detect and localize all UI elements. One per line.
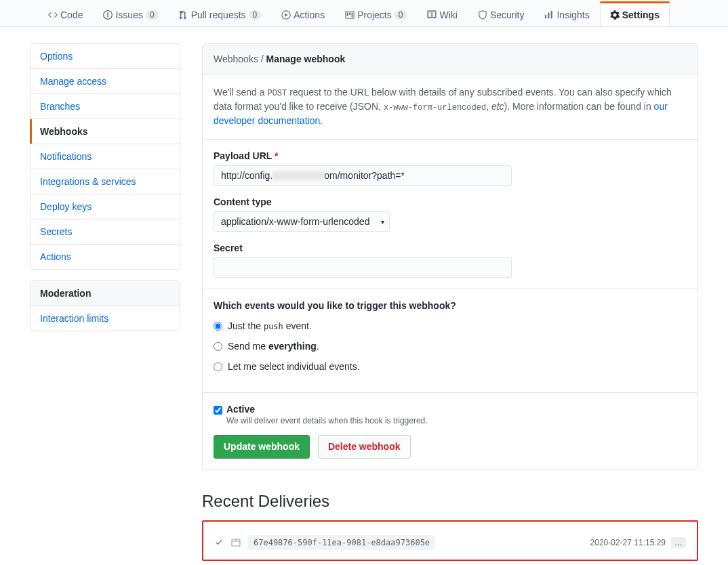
projects-count: 0	[395, 10, 407, 20]
tab-projects-label: Projects	[357, 9, 392, 20]
payload-url-input[interactable]: http://config.om/monitor?path=*	[214, 165, 512, 186]
repo-nav: Code Issues 0 Pull requests 0 Actions Pr…	[0, 0, 728, 27]
tab-wiki[interactable]: Wiki	[417, 1, 467, 26]
pulls-count: 0	[249, 10, 262, 20]
tab-pulls[interactable]: Pull requests 0	[169, 1, 272, 26]
radio-push-input[interactable]	[214, 322, 222, 331]
secret-label: Secret	[214, 243, 687, 253]
events-question: Which events would you like to trigger t…	[214, 300, 687, 311]
breadcrumb-leaf: Manage webhook	[266, 54, 346, 64]
package-icon	[230, 537, 241, 548]
play-icon	[281, 10, 291, 20]
content-type-label: Content type	[214, 196, 687, 207]
sidebar-item-webhooks[interactable]: Webhooks	[31, 119, 180, 144]
recent-deliveries: Recent Deliveries 67e49876-590f-11ea-908…	[202, 492, 698, 561]
tab-issues[interactable]: Issues 0	[93, 1, 168, 26]
radio-push[interactable]: Just the push event.	[214, 320, 687, 331]
book-icon	[427, 10, 437, 20]
radio-everything[interactable]: Send me everything.	[214, 341, 687, 352]
tab-wiki-label: Wiki	[439, 9, 457, 20]
radio-everything-input[interactable]	[214, 342, 222, 351]
svg-rect-7	[551, 11, 552, 18]
sidebar-item-options[interactable]: Options	[31, 44, 180, 69]
secret-input[interactable]	[214, 257, 512, 278]
sidebar-item-integrations[interactable]: Integrations & services	[31, 169, 180, 194]
sidebar-item-actions[interactable]: Actions	[31, 245, 180, 269]
moderation-menu: Moderation Interaction limits	[30, 280, 180, 331]
active-checkbox[interactable]	[214, 406, 222, 415]
redacted-host	[272, 171, 324, 180]
active-label: Active	[226, 404, 428, 415]
content-type-select[interactable]: application/x-www-form-urlencoded	[214, 211, 390, 232]
breadcrumb-root: Webhooks	[214, 54, 258, 64]
radio-individual-input[interactable]	[214, 362, 222, 371]
sidebar-item-manage-access[interactable]: Manage access	[31, 69, 180, 94]
svg-rect-2	[347, 13, 348, 16]
tab-pulls-label: Pull requests	[191, 9, 246, 20]
update-webhook-button[interactable]: Update webhook	[214, 435, 310, 459]
tab-actions[interactable]: Actions	[271, 1, 335, 26]
main-content: Webhooks / Manage webhook We'll send a P…	[202, 43, 698, 561]
sidebar-item-secrets[interactable]: Secrets	[31, 219, 180, 245]
tab-actions-label: Actions	[294, 9, 325, 20]
tab-security-label: Security	[490, 9, 525, 20]
settings-sidebar: Options Manage access Branches Webhooks …	[30, 43, 180, 561]
svg-rect-4	[352, 13, 353, 18]
webhook-panel: Webhooks / Manage webhook We'll send a P…	[202, 43, 698, 470]
shield-icon	[478, 10, 487, 20]
sidebar-item-deploy-keys[interactable]: Deploy keys	[31, 194, 180, 219]
active-note: We will deliver event details when this …	[226, 416, 428, 425]
tab-code[interactable]: Code	[38, 1, 93, 26]
tab-settings-label: Settings	[622, 9, 660, 20]
breadcrumb-sep: /	[258, 54, 266, 64]
sidebar-item-notifications[interactable]: Notifications	[31, 144, 180, 169]
breadcrumb: Webhooks / Manage webhook	[203, 44, 697, 75]
delivery-id: 67e49876-590f-11ea-9081-e8daa973605e	[248, 535, 435, 550]
delivery-expand-button[interactable]: …	[671, 537, 686, 548]
moderation-heading: Moderation	[31, 281, 180, 306]
recent-deliveries-heading: Recent Deliveries	[202, 492, 698, 511]
delivery-time: 2020-02-27 11:15:29	[590, 538, 666, 547]
svg-rect-5	[545, 15, 546, 18]
radio-individual[interactable]: Let me select individual events.	[214, 361, 687, 372]
payload-url-label: Payload URL *	[214, 150, 687, 161]
svg-rect-3	[349, 13, 350, 16]
tab-code-label: Code	[60, 9, 83, 20]
intro-text: We'll send a POST request to the URL bel…	[214, 85, 687, 128]
tab-issues-label: Issues	[115, 9, 142, 20]
sidebar-item-branches[interactable]: Branches	[31, 94, 180, 119]
delete-webhook-button[interactable]: Delete webhook	[318, 435, 411, 459]
project-icon	[345, 10, 355, 20]
git-pull-icon	[179, 10, 188, 20]
delivery-row[interactable]: 67e49876-590f-11ea-9081-e8daa973605e 202…	[214, 530, 686, 556]
gear-icon	[610, 10, 620, 20]
graph-icon	[544, 10, 554, 20]
issue-icon	[103, 10, 113, 20]
tab-security[interactable]: Security	[468, 1, 535, 26]
settings-menu: Options Manage access Branches Webhooks …	[30, 43, 180, 270]
tab-insights[interactable]: Insights	[534, 1, 599, 26]
tab-insights-label: Insights	[557, 9, 589, 20]
check-icon	[214, 538, 224, 547]
sidebar-item-interaction-limits[interactable]: Interaction limits	[31, 306, 180, 331]
tab-projects[interactable]: Projects 0	[335, 1, 417, 26]
svg-rect-6	[548, 13, 550, 19]
required-mark: *	[275, 150, 278, 161]
delivery-list: 67e49876-590f-11ea-9081-e8daa973605e 202…	[202, 520, 698, 561]
issues-count: 0	[146, 10, 159, 20]
code-icon	[48, 10, 58, 20]
tab-settings[interactable]: Settings	[600, 1, 670, 26]
